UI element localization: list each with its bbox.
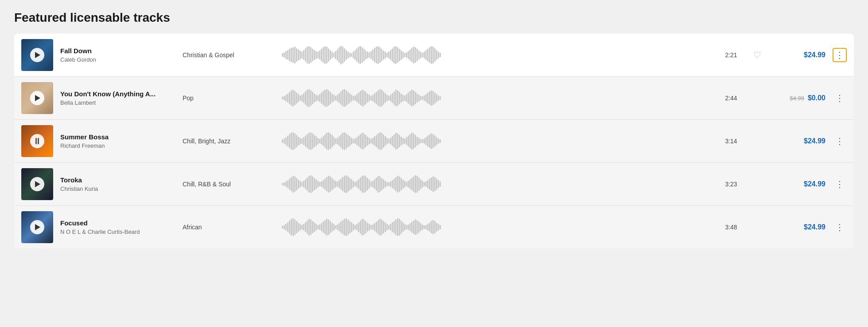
svg-rect-444 — [431, 221, 432, 233]
play-overlay[interactable] — [30, 48, 44, 62]
track-price-summer-bossa[interactable]: $24.99 — [804, 137, 825, 145]
svg-rect-93 — [287, 94, 288, 102]
track-more-button-toroka[interactable]: ⋮ — [833, 177, 847, 191]
svg-rect-11 — [301, 52, 303, 59]
svg-rect-273 — [287, 180, 288, 188]
svg-rect-282 — [303, 181, 304, 188]
svg-rect-359 — [440, 181, 441, 187]
track-waveform-toroka[interactable] — [278, 175, 713, 193]
svg-rect-403 — [358, 222, 359, 232]
track-duration-fall-down: 2:21 — [720, 51, 742, 59]
svg-rect-204 — [324, 134, 326, 148]
svg-rect-47 — [365, 51, 366, 59]
play-overlay[interactable] — [30, 91, 44, 105]
svg-rect-72 — [409, 50, 411, 61]
svg-rect-423 — [393, 221, 395, 233]
svg-rect-114 — [324, 90, 326, 106]
track-info-you-dont-know: You Don't Know (Anything A... Bella Lamb… — [60, 90, 175, 106]
svg-rect-88 — [438, 52, 439, 59]
svg-rect-75 — [415, 47, 416, 63]
svg-rect-203 — [323, 136, 324, 146]
track-waveform-focused[interactable] — [278, 218, 713, 236]
svg-rect-244 — [395, 133, 397, 150]
track-more-button-summer-bossa[interactable]: ⋮ — [833, 134, 847, 148]
svg-rect-97 — [294, 91, 296, 105]
svg-rect-175 — [432, 91, 434, 105]
svg-rect-226 — [363, 134, 365, 149]
svg-rect-391 — [337, 225, 338, 230]
track-price-toroka[interactable]: $24.99 — [804, 180, 825, 188]
track-thumbnail-focused[interactable] — [21, 211, 53, 243]
svg-rect-199 — [315, 136, 317, 146]
svg-rect-137 — [365, 92, 366, 104]
svg-rect-198 — [314, 135, 315, 147]
svg-rect-62 — [392, 48, 393, 62]
svg-rect-110 — [317, 95, 319, 101]
track-more-button-fall-down[interactable]: ⋮ — [833, 48, 847, 62]
track-price-you-dont-know[interactable]: $0.00 — [808, 94, 825, 102]
track-thumbnail-you-dont-know[interactable] — [21, 82, 53, 114]
svg-rect-174 — [431, 91, 432, 106]
svg-rect-399 — [351, 222, 352, 232]
track-thumbnail-toroka[interactable] — [21, 168, 53, 200]
svg-rect-191 — [301, 138, 303, 144]
track-artist-summer-bossa: Richard Freeman — [60, 142, 175, 149]
svg-rect-7 — [294, 47, 296, 63]
svg-rect-372 — [303, 224, 304, 231]
svg-rect-145 — [379, 89, 381, 107]
svg-rect-152 — [392, 93, 393, 103]
track-more-button-focused[interactable]: ⋮ — [833, 220, 847, 234]
svg-rect-124 — [342, 90, 343, 106]
svg-rect-1 — [284, 52, 285, 58]
svg-rect-167 — [418, 95, 420, 102]
svg-rect-52 — [374, 48, 375, 62]
svg-rect-310 — [353, 181, 354, 188]
svg-rect-172 — [427, 93, 428, 104]
page-title: Featured licensable tracks — [14, 11, 854, 25]
track-duration-focused: 3:48 — [720, 224, 742, 231]
svg-rect-329 — [386, 182, 388, 186]
track-price-fall-down[interactable]: $24.99 — [804, 51, 825, 59]
svg-rect-248 — [402, 138, 404, 145]
svg-rect-402 — [356, 224, 358, 231]
svg-rect-27 — [330, 50, 331, 60]
svg-rect-50 — [370, 51, 372, 59]
svg-rect-291 — [319, 182, 320, 186]
track-more-button-you-dont-know[interactable]: ⋮ — [833, 91, 847, 105]
svg-rect-57 — [383, 51, 384, 59]
svg-rect-201 — [319, 139, 320, 143]
svg-rect-298 — [331, 178, 333, 190]
track-info-summer-bossa: Summer Bossa Richard Freeman — [60, 133, 175, 149]
track-thumbnail-summer-bossa[interactable] — [21, 125, 53, 157]
svg-rect-445 — [432, 220, 434, 234]
svg-rect-106 — [310, 91, 311, 106]
track-waveform-summer-bossa[interactable] — [278, 132, 713, 150]
svg-rect-20 — [317, 52, 319, 59]
track-waveform-you-dont-know[interactable] — [278, 89, 713, 107]
svg-rect-21 — [319, 51, 320, 59]
svg-rect-134 — [360, 91, 361, 105]
svg-rect-96 — [292, 90, 294, 106]
svg-rect-395 — [344, 219, 345, 236]
play-overlay[interactable] — [30, 177, 44, 191]
svg-rect-178 — [438, 95, 439, 101]
track-thumbnail-fall-down[interactable] — [21, 39, 53, 71]
svg-rect-276 — [292, 176, 294, 193]
svg-rect-45 — [362, 47, 363, 63]
track-waveform-fall-down[interactable] — [278, 46, 713, 64]
pause-overlay[interactable] — [30, 134, 44, 148]
svg-rect-210 — [335, 138, 336, 144]
track-favorite-fall-down[interactable]: ♡ — [749, 51, 765, 59]
svg-rect-84 — [431, 46, 432, 64]
svg-rect-376 — [310, 220, 311, 235]
svg-rect-122 — [339, 93, 340, 103]
svg-rect-349 — [422, 181, 423, 188]
track-price-focused[interactable]: $24.99 — [804, 223, 825, 231]
svg-rect-356 — [434, 177, 436, 191]
svg-rect-214 — [342, 133, 343, 150]
svg-rect-139 — [369, 95, 370, 102]
track-price-area-toroka: $24.99 — [772, 180, 825, 188]
svg-rect-443 — [429, 223, 430, 232]
svg-rect-344 — [413, 177, 414, 192]
play-overlay[interactable] — [30, 220, 44, 234]
